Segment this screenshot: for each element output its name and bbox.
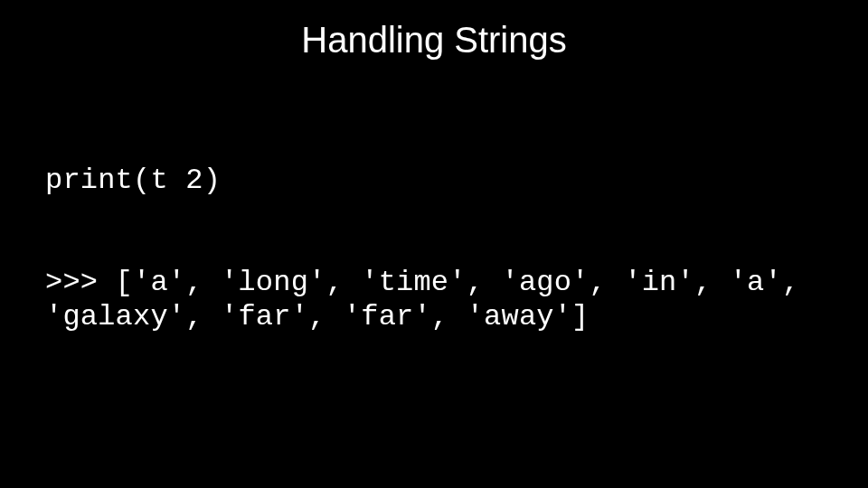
- code-line: print(t 2): [45, 164, 823, 198]
- slide: Handling Strings print(t 2) >>> ['a', 'l…: [0, 0, 868, 488]
- code-line: >>> ['a', 'long', 'time', 'ago', 'in', '…: [45, 266, 823, 334]
- slide-title: Handling Strings: [0, 0, 868, 70]
- blank-line: [45, 402, 823, 436]
- code-block: print(t 2) >>> ['a', 'long', 'time', 'ag…: [0, 70, 868, 488]
